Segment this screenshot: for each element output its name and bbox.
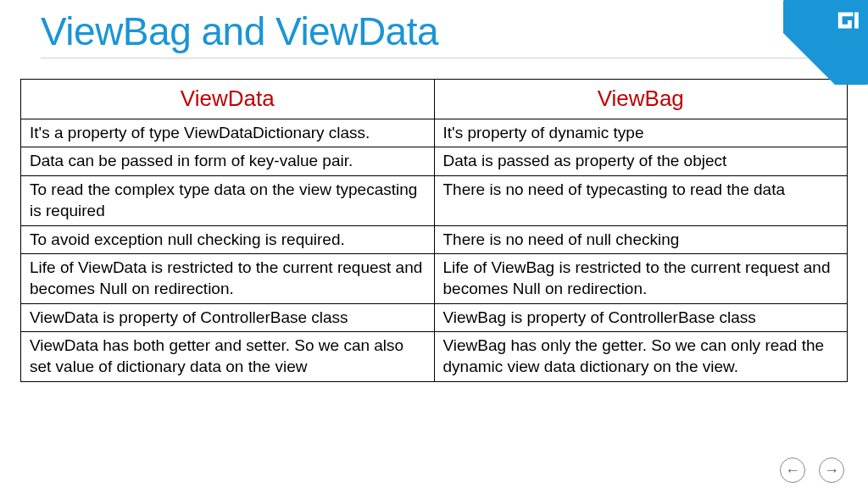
table-row: To avoid exception null checking is requ…	[21, 225, 848, 254]
cell: To read the complex type data on the vie…	[21, 176, 435, 225]
header-viewdata: ViewData	[21, 80, 435, 119]
cell: Life of ViewData is restricted to the cu…	[21, 254, 435, 303]
comparison-table-container: ViewData ViewBag It's a property of type…	[0, 58, 868, 382]
cell: Life of ViewBag is restricted to the cur…	[434, 254, 848, 303]
table-row: To read the complex type data on the vie…	[21, 176, 848, 225]
svg-rect-0	[854, 12, 859, 28]
corner-badge	[783, 0, 868, 85]
table-row: It's a property of type ViewDataDictiona…	[21, 119, 848, 147]
cell: To avoid exception null checking is requ…	[21, 225, 435, 254]
cell: ViewData is property of ControllerBase c…	[21, 303, 435, 332]
comparison-table: ViewData ViewBag It's a property of type…	[20, 79, 848, 382]
cell: There is no need of null checking	[434, 225, 848, 254]
table-row: Life of ViewData is restricted to the cu…	[21, 254, 848, 303]
prev-button[interactable]: ←	[780, 458, 805, 483]
table-row: ViewData has both getter and setter. So …	[21, 332, 848, 381]
cell: ViewData has both getter and setter. So …	[21, 332, 435, 381]
cell: It's a property of type ViewDataDictiona…	[21, 119, 435, 147]
cell: ViewBag has only the getter. So we can o…	[434, 332, 848, 381]
table-row: ViewData is property of ControllerBase c…	[21, 303, 848, 332]
cell: Data is passed as property of the object	[434, 147, 848, 176]
cell: Data can be passed in form of key-value …	[21, 147, 435, 176]
nav-buttons: ← →	[780, 458, 844, 483]
cell: There is no need of typecasting to read …	[434, 176, 848, 225]
cell: It's property of dynamic type	[434, 119, 848, 147]
page-title: ViewBag and ViewData	[0, 0, 868, 58]
arrow-left-icon: ←	[785, 462, 800, 480]
table-row: Data can be passed in form of key-value …	[21, 147, 848, 176]
next-button[interactable]: →	[819, 458, 844, 483]
cell: ViewBag is property of ControllerBase cl…	[434, 303, 848, 332]
arrow-right-icon: →	[824, 462, 839, 480]
logo-icon	[834, 7, 861, 34]
header-viewbag: ViewBag	[434, 80, 848, 119]
